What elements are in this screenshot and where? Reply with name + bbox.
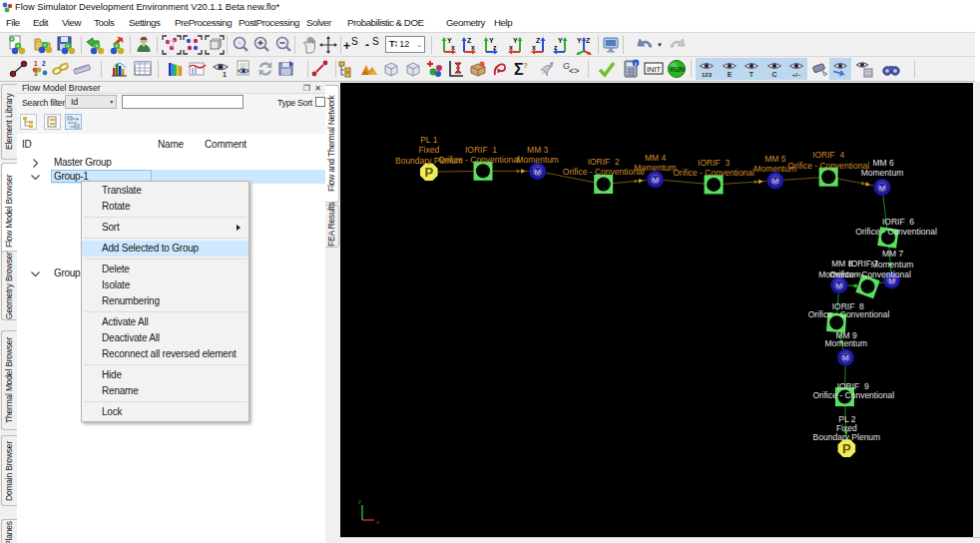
svg-text:Boundary Plenum: Boundary Plenum (813, 432, 881, 442)
svg-text:Z: Z (586, 37, 591, 44)
svg-text:z: z (493, 44, 497, 51)
svg-text:INIT: INIT (647, 65, 662, 74)
svg-text:T: T (749, 71, 754, 78)
svg-text:MM 3: MM 3 (527, 145, 549, 155)
svg-text:MM 7: MM 7 (882, 249, 904, 259)
svg-text:1: 1 (34, 60, 38, 67)
svg-text:<>: <> (569, 66, 580, 76)
svg-text:Orifice - Conventional: Orifice - Conventional (808, 309, 890, 319)
svg-text:Z: Z (536, 37, 541, 44)
svg-text:Fixed: Fixed (418, 145, 439, 155)
svg-text:2: 2 (42, 60, 46, 67)
svg-text:Momentum: Momentum (861, 168, 904, 178)
svg-text:Y: Y (513, 37, 518, 44)
svg-text:Orifice - Conventional: Orifice - Conventional (855, 227, 937, 237)
svg-text:Momentum: Momentum (634, 163, 677, 173)
svg-text:IORIF 4: IORIF 4 (812, 150, 844, 160)
svg-text:IORIF 6: IORIF 6 (882, 217, 914, 227)
svg-text:Momentum: Momentum (825, 338, 868, 348)
svg-text:IORIF 2: IORIF 2 (588, 157, 620, 167)
svg-text:E: E (727, 71, 732, 78)
svg-text:MM 4: MM 4 (645, 153, 667, 163)
svg-text:IORIF 3: IORIF 3 (698, 158, 730, 168)
svg-text:x: x (471, 44, 475, 51)
svg-text:PL 1: PL 1 (420, 135, 437, 145)
svg-text:P: P (424, 165, 433, 180)
svg-text:Y: Y (558, 37, 563, 44)
svg-text:Orifice - Conventional: Orifice - Conventional (829, 270, 911, 279)
svg-text:x: x (532, 44, 536, 51)
svg-text:Momentum: Momentum (516, 155, 559, 165)
svg-text:x: x (451, 44, 455, 51)
svg-text:P: P (842, 441, 851, 456)
svg-text:MM 6: MM 6 (872, 158, 894, 168)
svg-text:C: C (771, 71, 776, 78)
svg-text:RUN: RUN (671, 66, 685, 73)
svg-text:IORIF 7: IORIF 7 (848, 259, 878, 269)
svg-text:Orifice - Conventional: Orifice - Conventional (787, 161, 869, 171)
svg-text:Orifice - Conventional: Orifice - Conventional (563, 167, 645, 177)
svg-text:?: ? (523, 61, 528, 70)
svg-text:1: 1 (223, 71, 227, 78)
svg-text:MM 5: MM 5 (764, 154, 786, 164)
svg-text:Orifice - Conventional: Orifice - Conventional (438, 155, 520, 165)
svg-text:123: 123 (702, 72, 713, 78)
svg-text:S: S (372, 36, 379, 47)
svg-text:y: y (358, 498, 361, 504)
svg-text:S: S (351, 36, 358, 47)
svg-text:+/–: +/– (792, 72, 801, 78)
svg-text:z: z (554, 44, 558, 51)
svg-text:x: x (376, 519, 379, 525)
svg-text:-: - (365, 38, 369, 52)
svg-text:Orifice - Conventional: Orifice - Conventional (812, 390, 894, 400)
svg-text:IORIF 1: IORIF 1 (465, 145, 497, 155)
svg-text:x: x (509, 44, 513, 51)
svg-text:+: + (343, 39, 350, 53)
svg-text:Y: Y (577, 37, 582, 44)
svg-text:Orifice - Conventional: Orifice - Conventional (673, 168, 754, 178)
